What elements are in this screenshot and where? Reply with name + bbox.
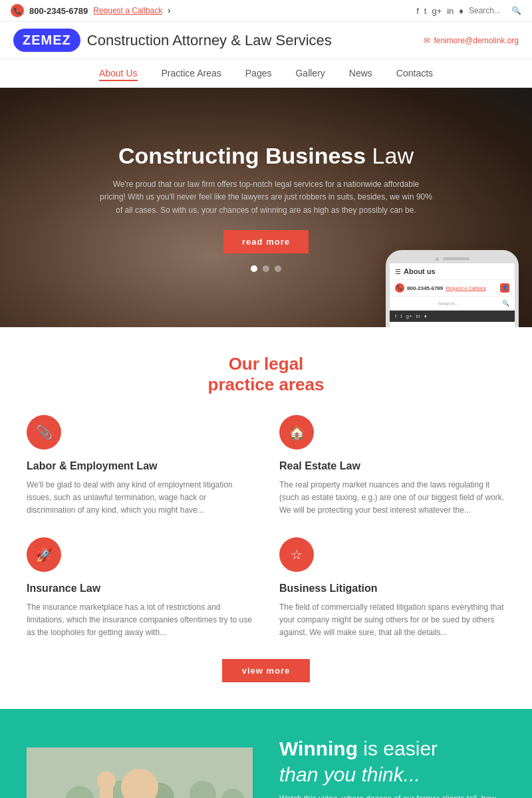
teal-description: Watch this video, where dozens of our fo… (279, 793, 505, 798)
site-title: Construction Attorney & Law Services (87, 32, 332, 49)
googleplus-icon[interactable]: g+ (432, 6, 442, 16)
nav-item-about[interactable]: About Us (99, 67, 138, 79)
view-more-button[interactable]: view more (222, 659, 311, 682)
mobile-gp-icon[interactable]: g+ (406, 313, 412, 319)
nav-item-news[interactable]: News (349, 67, 372, 79)
mobile-search-row: Search... 🔍 (390, 297, 515, 311)
practice-item-labor: 📎 Labor & Employment Law We'll be glad t… (27, 415, 253, 517)
mobile-callback-link[interactable]: Request a Callback (446, 286, 486, 291)
arrow-icon: › (168, 6, 170, 15)
mobile-phone-number: 800-2345-6789 (407, 285, 443, 291)
twitter-icon[interactable]: t (424, 6, 427, 16)
practice-icon-labor: 📎 (27, 415, 61, 450)
teal-subtitle: than you think... (279, 763, 420, 785)
nav-link-pages[interactable]: Pages (245, 68, 272, 78)
hero-read-more-button[interactable]: read more (223, 230, 309, 253)
dot-3[interactable] (275, 265, 281, 272)
teal-section: ▶ Winning is easier than you think... Wa… (0, 709, 532, 798)
mobile-notch (390, 254, 515, 263)
teal-text: Winning is easier than you think... Watc… (279, 735, 505, 798)
nav-item-pages[interactable]: Pages (245, 67, 272, 79)
mobile-in-icon[interactable]: in (416, 313, 420, 319)
svg-rect-14 (100, 774, 113, 798)
practice-heading-highlight: practice areas (208, 374, 325, 394)
mobile-pi-icon[interactable]: ♦ (424, 313, 427, 319)
nav-item-practice[interactable]: Practice Areas (162, 67, 221, 79)
hero-title-rest: Law (366, 143, 414, 168)
mobile-device-frame: ☰ About us 📞 800-2345-6789 Request a Cal… (386, 250, 519, 327)
mobile-search-icon[interactable]: 🔍 (502, 300, 509, 307)
practice-desc-realestate: The real property market nuances and the… (279, 479, 505, 517)
practice-title-litigation: Business Litigation (279, 583, 505, 595)
practice-grid: 📎 Labor & Employment Law We'll be glad t… (27, 415, 505, 639)
mobile-hamburger-icon[interactable]: ☰ (395, 268, 401, 275)
teal-title-rest: is easier (358, 737, 438, 759)
practice-heading-text: Our legal (229, 354, 304, 374)
mobile-tw-icon[interactable]: t (400, 313, 402, 319)
paperclip-icon: 📎 (36, 424, 53, 440)
practice-title-realestate: Real Estate Law (279, 460, 505, 472)
logo-badge[interactable]: ZEMEZ (13, 29, 80, 52)
people-svg (27, 747, 253, 798)
hero-title: Constructing Business Law (100, 143, 432, 169)
practice-icon-insurance: 🚀 (27, 537, 61, 572)
practice-heading: Our legal practice areas (27, 354, 505, 395)
nav-link-about[interactable]: About Us (99, 68, 138, 81)
search-input[interactable] (469, 6, 509, 15)
facebook-icon[interactable]: f (416, 6, 419, 16)
nav-item-gallery[interactable]: Gallery (295, 67, 325, 79)
phone-number: 800-2345-6789 (29, 6, 88, 16)
practice-desc-litigation: The field of commercially related litiga… (279, 601, 505, 640)
practice-title-labor: Labor & Employment Law (27, 460, 253, 472)
practice-item-litigation: ☆ Business Litigation The field of comme… (279, 537, 505, 640)
hero-description: We're proud that our law firm offers top… (100, 178, 432, 217)
phone-icon: 📞 (11, 4, 24, 17)
rocket-icon: 🚀 (36, 547, 53, 563)
practice-item-realestate: 🏠 Real Estate Law The real property mark… (279, 415, 505, 517)
logo-area: ZEMEZ Construction Attorney & Law Servic… (13, 29, 332, 52)
mobile-phone-icon: 📞 (395, 283, 404, 293)
search-button[interactable]: 🔍 (511, 6, 521, 15)
nav-link-practice[interactable]: Practice Areas (162, 68, 221, 78)
nav-link-contacts[interactable]: Contacts (396, 68, 433, 78)
mobile-brand: ⚖ Construction Attorney & LawServices fe… (390, 322, 515, 327)
mobile-search-placeholder: Search... (395, 301, 502, 307)
mobile-about-label: About us (404, 267, 436, 275)
mobile-user-icon: 👤 (500, 283, 509, 293)
star-icon: ☆ (291, 547, 303, 563)
hero-title-strong: Constructing Business (118, 143, 366, 168)
dot-2[interactable] (263, 265, 269, 272)
practice-title-insurance: Insurance Law (27, 583, 253, 595)
practice-section: Our legal practice areas 📎 Labor & Emplo… (0, 327, 532, 709)
top-bar-left: 📞 800-2345-6789 Request a Callback › (11, 4, 170, 17)
practice-icon-litigation: ☆ (279, 537, 314, 572)
callback-link[interactable]: Request a Callback (93, 6, 162, 15)
hero-content: Constructing Business Law We're proud th… (100, 143, 432, 272)
mobile-menu-bar: ☰ About us (390, 263, 515, 280)
mobile-fb-icon[interactable]: f (395, 313, 396, 319)
search-box[interactable]: 🔍 (469, 6, 521, 15)
practice-desc-insurance: The insurance marketplace has a lot of r… (27, 601, 253, 640)
top-bar-right: f t g+ in ♦ 🔍 (416, 6, 521, 16)
pinterest-icon[interactable]: ♦ (459, 6, 464, 16)
linkedin-icon[interactable]: in (447, 6, 454, 16)
practice-icon-realestate: 🏠 (279, 415, 314, 450)
nav-link-news[interactable]: News (349, 68, 372, 78)
teal-title: Winning is easier than you think... (279, 735, 505, 787)
nav-item-contacts[interactable]: Contacts (396, 67, 433, 79)
dot-1[interactable] (251, 265, 257, 272)
hero-section: Constructing Business Law We're proud th… (0, 88, 532, 327)
practice-desc-labor: We'll be glad to deal with any kind of e… (27, 479, 253, 517)
section-title: Our legal practice areas (27, 354, 505, 395)
people-image (27, 747, 253, 798)
email-address[interactable]: fenimore@demolink.org (434, 36, 519, 45)
teal-image: ▶ (27, 747, 253, 798)
house-icon: 🏠 (289, 424, 305, 440)
main-nav: About Us Practice Areas Pages Gallery Ne… (0, 59, 532, 88)
mobile-screen: ☰ About us 📞 800-2345-6789 Request a Cal… (390, 263, 515, 327)
view-more-wrap: view more (27, 659, 505, 696)
practice-item-insurance: 🚀 Insurance Law The insurance marketplac… (27, 537, 253, 640)
mobile-social-row: f t g+ in ♦ (390, 311, 515, 322)
nav-link-gallery[interactable]: Gallery (295, 68, 325, 78)
header-email: ✉ fenimore@demolink.org (424, 36, 519, 45)
